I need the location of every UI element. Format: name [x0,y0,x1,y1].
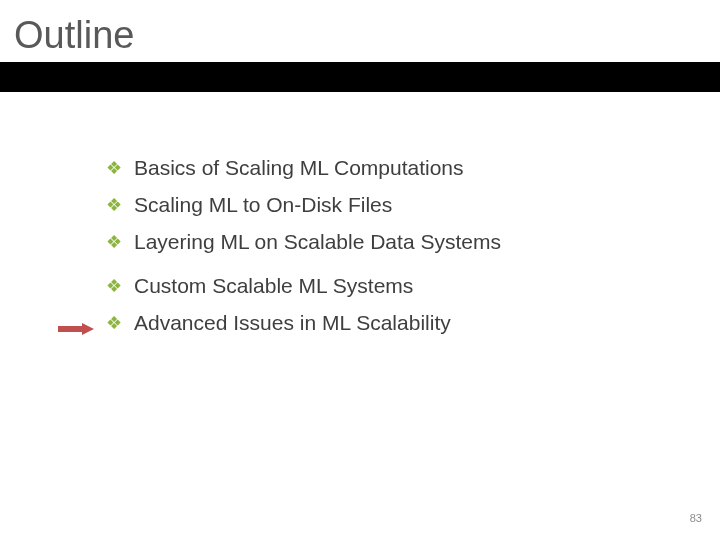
list-item-label: Layering ML on Scalable Data Systems [134,229,501,255]
list-item-label: Advanced Issues in ML Scalability [134,310,451,336]
list-item-label: Custom Scalable ML Systems [134,273,413,299]
title-underline [0,62,720,92]
list-item-label: Scaling ML to On-Disk Files [134,192,392,218]
list-item: ❖ Layering ML on Scalable Data Systems [106,229,501,255]
current-topic-arrow-icon [58,323,96,335]
list-item: ❖ Advanced Issues in ML Scalability [106,310,501,336]
outline-list: ❖ Basics of Scaling ML Computations ❖ Sc… [106,155,501,347]
bullet-icon: ❖ [106,310,122,336]
list-item: ❖ Scaling ML to On-Disk Files [106,192,501,218]
list-item: ❖ Custom Scalable ML Systems [106,273,501,299]
bullet-icon: ❖ [106,273,122,299]
list-item: ❖ Basics of Scaling ML Computations [106,155,501,181]
bullet-icon: ❖ [106,192,122,218]
slide-title: Outline [14,14,134,57]
bullet-icon: ❖ [106,229,122,255]
bullet-icon: ❖ [106,155,122,181]
list-item-label: Basics of Scaling ML Computations [134,155,464,181]
page-number: 83 [690,512,702,524]
slide-header: Outline [0,0,720,92]
